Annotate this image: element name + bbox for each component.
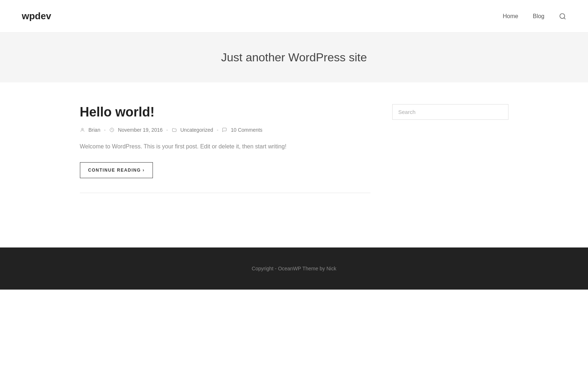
folder-icon (172, 127, 177, 132)
post-divider (80, 193, 370, 193)
svg-line-1 (564, 17, 565, 19)
nav-home[interactable]: Home (503, 13, 518, 20)
post-excerpt: Welcome to WordPress. This is your first… (80, 142, 370, 151)
post-category: Uncategorized (181, 127, 213, 133)
site-logo[interactable]: wpdev (22, 11, 51, 22)
sidebar (392, 104, 508, 120)
meta-sep-1: - (104, 127, 106, 133)
post-comments: 10 Comments (231, 127, 262, 133)
nav-blog[interactable]: Blog (533, 13, 544, 20)
site-header: wpdev Home Blog (0, 0, 588, 33)
continue-reading-button[interactable]: CONTINUE READING › (80, 162, 153, 178)
post-author: Brian (89, 127, 101, 133)
comment-icon (222, 127, 227, 132)
author-icon (80, 127, 85, 132)
post-date: November 19, 2016 (118, 127, 163, 133)
meta-sep-3: - (217, 127, 219, 133)
post-meta: Brian - November 19, 2016 - Uncategorize… (80, 127, 370, 133)
post-entry: Hello world! Brian - November 19, 2016 - (80, 104, 370, 204)
posts-area: Hello world! Brian - November 19, 2016 - (80, 104, 370, 204)
site-tagline: Just another WordPress site (7, 51, 581, 64)
site-footer: Copyright - OceanWP Theme by Nick (0, 247, 588, 290)
main-container: Hello world! Brian - November 19, 2016 - (58, 82, 530, 226)
post-title: Hello world! (80, 104, 370, 120)
sidebar-search-input[interactable] (392, 104, 508, 120)
meta-sep-2: - (166, 127, 168, 133)
footer-copyright: Copyright - OceanWP Theme by Nick (7, 266, 581, 271)
tagline-bar: Just another WordPress site (0, 33, 588, 82)
search-icon (559, 13, 566, 20)
svg-point-2 (81, 128, 83, 130)
main-nav: Home Blog (503, 13, 566, 20)
clock-icon (109, 127, 114, 132)
search-icon-button[interactable] (559, 13, 566, 20)
